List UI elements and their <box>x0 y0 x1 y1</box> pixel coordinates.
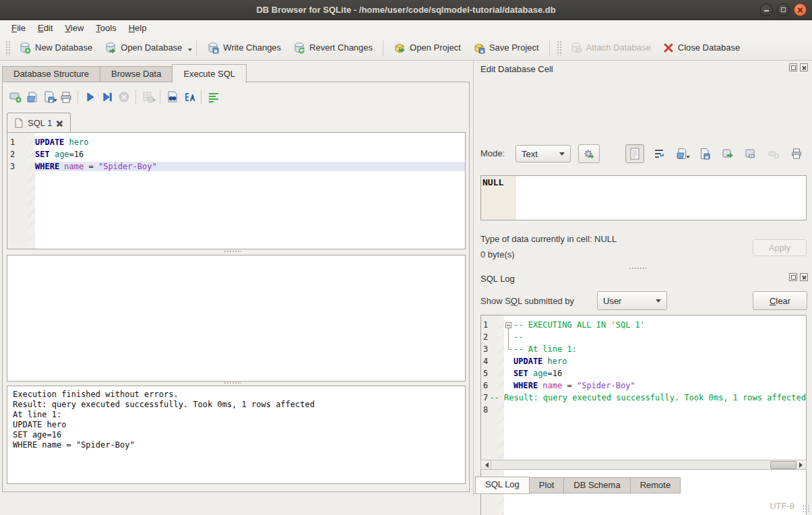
fold-collapse-icon[interactable] <box>504 319 513 331</box>
menu-tools[interactable]: Tools <box>90 22 122 34</box>
format-sql-icon[interactable] <box>181 89 197 105</box>
cell-value-editor[interactable]: NULL <box>480 175 807 220</box>
toolbar-separator <box>201 90 201 104</box>
titlebar: DB Browser for SQLite - /home/user/code/… <box>0 0 812 20</box>
close-dock-icon[interactable] <box>800 63 808 71</box>
mode-select[interactable]: Text <box>516 145 571 162</box>
log-line: 5 SET age=16 <box>481 367 806 380</box>
database-write-icon <box>207 42 219 54</box>
print-icon[interactable] <box>788 146 805 162</box>
log-line: 8 <box>481 404 806 416</box>
float-dock-icon[interactable] <box>789 273 797 281</box>
mode-label: Mode: <box>480 148 505 158</box>
tab-database-structure[interactable]: Database Structure <box>2 66 100 82</box>
menu-edit[interactable]: Edit <box>32 22 59 34</box>
dock-tab-bar: SQL Log Plot DB Schema Remote <box>475 477 681 495</box>
tab-browse-data[interactable]: Browse Data <box>100 66 172 82</box>
right-panel: Edit Database Cell Mode: Text <box>473 61 812 496</box>
text-document-icon[interactable] <box>625 144 644 163</box>
database-attach-icon <box>570 42 582 54</box>
project-open-icon <box>394 42 406 54</box>
scrollbar-thumb[interactable] <box>770 461 797 469</box>
open-database-dropdown-icon[interactable] <box>188 49 192 53</box>
save-file-icon[interactable] <box>696 146 713 162</box>
print-icon[interactable] <box>57 89 74 105</box>
toolbar-separator <box>135 90 136 104</box>
new-sql-tab-icon[interactable] <box>7 89 24 105</box>
splitter-handle[interactable] <box>224 382 241 385</box>
minimize-icon[interactable] <box>760 3 773 16</box>
menu-file[interactable]: File <box>5 22 32 34</box>
close-icon[interactable] <box>794 3 807 16</box>
maximize-icon[interactable] <box>777 3 790 16</box>
log-line: 3 -- At line 1: <box>481 343 806 355</box>
toggle-comment-icon[interactable] <box>205 89 222 105</box>
tab-db-schema[interactable]: DB Schema <box>564 477 630 493</box>
sql-toolbar <box>7 88 222 107</box>
sql-log-dock-buttons <box>789 273 808 281</box>
scroll-left-icon[interactable] <box>481 460 491 469</box>
log-horizontal-scrollbar[interactable] <box>480 460 807 470</box>
toolbar-separator <box>77 90 78 104</box>
attach-database-button[interactable]: Attach Database <box>564 39 657 57</box>
fold-end <box>504 343 513 355</box>
cell-size-text: 0 byte(s) <box>480 249 515 260</box>
sql-doc-tab[interactable]: SQL 1 <box>7 113 71 133</box>
toolbar-drag-handle[interactable] <box>557 40 561 55</box>
close-dock-icon[interactable] <box>800 273 808 281</box>
toolbar-drag-handle[interactable] <box>5 40 10 55</box>
splitter-handle[interactable] <box>629 267 646 270</box>
submitted-by-select[interactable]: User <box>597 291 667 310</box>
execution-message-pane[interactable]: Execution finished without errors. Resul… <box>7 386 466 484</box>
project-save-icon <box>473 42 485 54</box>
open-sql-file-icon[interactable] <box>24 89 40 105</box>
window-title: DB Browser for SQLite - /home/user/code/… <box>256 5 555 15</box>
word-wrap-icon[interactable] <box>650 146 667 162</box>
execute-sql-pane: SQL 1 1 UPDATE hero 2 <box>2 82 470 492</box>
clear-button[interactable]: Clear <box>753 291 807 310</box>
cell-type-text: Type of data currently in cell: NULL <box>480 234 617 244</box>
export-file-icon[interactable] <box>719 146 736 162</box>
import-file-icon[interactable] <box>673 146 690 162</box>
new-database-button[interactable]: New Database <box>13 39 98 57</box>
chevron-down-icon <box>656 299 661 305</box>
write-changes-button[interactable]: Write Changes <box>201 39 287 57</box>
open-project-button[interactable]: Open Project <box>387 39 467 57</box>
edit-cell-dock-title: Edit Database Cell <box>480 64 553 74</box>
menu-help[interactable]: Help <box>123 22 153 34</box>
apply-button[interactable]: Apply <box>753 239 807 256</box>
revert-changes-button[interactable]: Revert Changes <box>287 39 379 57</box>
execute-all-icon[interactable] <box>82 89 98 105</box>
tab-remote[interactable]: Remote <box>631 477 681 493</box>
gear-apply-icon[interactable] <box>578 144 600 163</box>
save-project-button[interactable]: Save Project <box>467 39 545 57</box>
tab-plot[interactable]: Plot <box>530 477 564 493</box>
close-sql-tab-icon[interactable] <box>56 119 63 127</box>
link-file-icon[interactable] <box>742 146 759 162</box>
open-database-button[interactable]: Open Database <box>98 39 188 57</box>
resize-grip-icon[interactable] <box>802 505 810 513</box>
database-close-icon <box>663 42 674 53</box>
float-dock-icon[interactable] <box>789 63 797 71</box>
execute-current-line-icon[interactable] <box>98 89 115 105</box>
scroll-right-icon[interactable] <box>796 460 806 469</box>
save-results-icon[interactable] <box>139 89 156 105</box>
sql-editor[interactable]: 1 UPDATE hero 2 SET age=16 3 WHERE name … <box>7 132 466 249</box>
database-revert-icon <box>293 42 305 54</box>
menu-view[interactable]: View <box>59 22 90 34</box>
log-line: 6 WHERE name = "Spider-Boy" <box>481 380 806 392</box>
find-replace-icon[interactable] <box>164 89 181 105</box>
set-null-icon[interactable] <box>765 146 782 162</box>
toolbar-separator <box>196 40 197 56</box>
splitter-handle[interactable] <box>224 250 241 253</box>
close-database-button[interactable]: Close Database <box>657 40 747 56</box>
sql-log-controls: Show SQL submitted by User Clear <box>474 291 812 311</box>
stop-icon[interactable] <box>115 89 132 105</box>
database-new-icon <box>19 42 31 54</box>
cell-value: NULL <box>482 177 503 187</box>
tab-sql-log[interactable]: SQL Log <box>475 477 530 494</box>
tab-execute-sql[interactable]: Execute SQL <box>172 64 247 83</box>
encoding-label: UTF-8 <box>770 501 794 511</box>
save-sql-file-icon[interactable] <box>40 89 57 105</box>
results-pane[interactable] <box>7 255 466 382</box>
